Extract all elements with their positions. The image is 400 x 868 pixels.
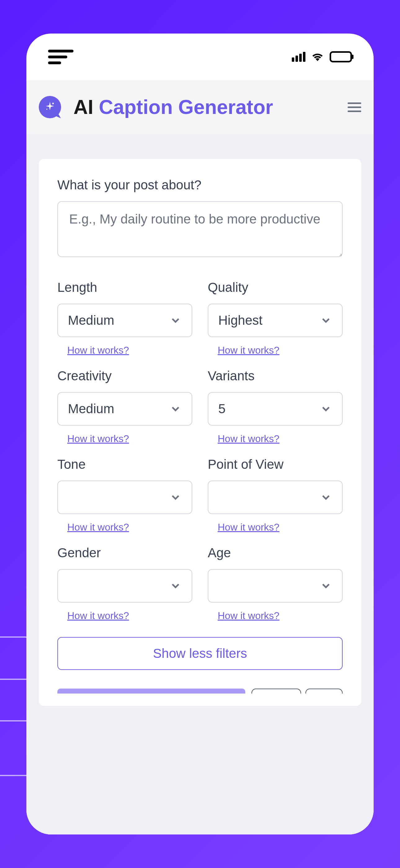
wifi-icon xyxy=(311,51,324,62)
title-suffix: Caption Generator xyxy=(99,96,273,118)
variants-select[interactable]: 5 xyxy=(208,392,343,426)
menu-toggle-icon[interactable] xyxy=(48,50,73,64)
age-select[interactable] xyxy=(208,569,343,602)
creativity-value: Medium xyxy=(68,401,169,416)
gender-select[interactable] xyxy=(57,569,192,602)
progress-bar xyxy=(57,688,245,693)
phone-frame: AI Caption Generator What is your post a… xyxy=(26,34,374,834)
app-header: AI Caption Generator xyxy=(26,80,374,134)
chevron-down-icon xyxy=(169,403,182,415)
svg-point-0 xyxy=(53,103,54,104)
action-pill[interactable] xyxy=(305,688,343,693)
age-help-link[interactable]: How it works? xyxy=(218,610,343,621)
quality-label: Quality xyxy=(208,280,343,295)
pov-label: Point of View xyxy=(208,457,343,472)
chevron-down-icon xyxy=(320,580,332,592)
svg-point-1 xyxy=(46,108,47,110)
variants-label: Variants xyxy=(208,369,343,383)
gender-help-link[interactable]: How it works? xyxy=(67,610,192,621)
tone-label: Tone xyxy=(57,457,192,472)
pov-select[interactable] xyxy=(208,480,343,514)
chevron-down-icon xyxy=(169,491,182,503)
length-value: Medium xyxy=(68,313,169,328)
battery-icon xyxy=(330,51,352,62)
page-title: AI Caption Generator xyxy=(73,96,273,119)
status-bar xyxy=(26,34,374,80)
prompt-input[interactable] xyxy=(57,201,343,257)
chevron-down-icon xyxy=(320,314,332,327)
creativity-select[interactable]: Medium xyxy=(57,392,192,426)
chevron-down-icon xyxy=(169,580,182,592)
variants-help-link[interactable]: How it works? xyxy=(218,433,343,444)
action-pill[interactable] xyxy=(252,688,301,693)
title-prefix: AI xyxy=(73,96,93,118)
prompt-label: What is your post about? xyxy=(57,178,343,192)
age-label: Age xyxy=(208,546,343,560)
quality-value: Highest xyxy=(218,313,320,328)
creativity-label: Creativity xyxy=(57,369,192,383)
generator-card: What is your post about? Length Medium H… xyxy=(39,159,361,706)
chevron-down-icon xyxy=(320,403,332,415)
length-help-link[interactable]: How it works? xyxy=(67,345,192,356)
variants-value: 5 xyxy=(218,401,320,416)
pov-help-link[interactable]: How it works? xyxy=(218,522,343,533)
length-select[interactable]: Medium xyxy=(57,304,192,337)
gender-label: Gender xyxy=(57,546,192,560)
tone-help-link[interactable]: How it works? xyxy=(67,522,192,533)
creativity-help-link[interactable]: How it works? xyxy=(67,433,192,444)
hamburger-menu-icon[interactable] xyxy=(347,102,361,112)
toggle-filters-button[interactable]: Show less filters xyxy=(57,637,343,670)
tone-select[interactable] xyxy=(57,480,192,514)
chevron-down-icon xyxy=(169,314,182,327)
signal-icon xyxy=(292,52,305,62)
quality-help-link[interactable]: How it works? xyxy=(218,345,343,356)
chevron-down-icon xyxy=(320,491,332,503)
quality-select[interactable]: Highest xyxy=(208,304,343,337)
length-label: Length xyxy=(57,280,192,295)
app-logo-icon xyxy=(39,96,61,118)
